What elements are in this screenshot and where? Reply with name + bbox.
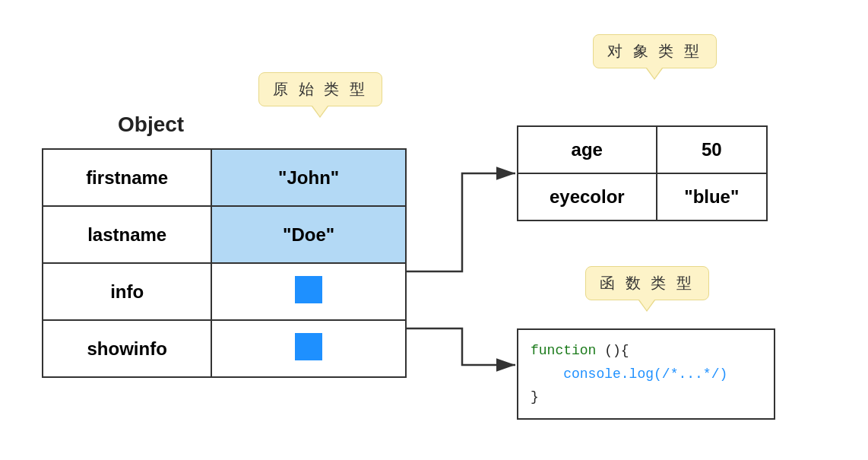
bubble-primitive: 原 始 类 型: [258, 72, 382, 106]
table-row: age 50: [518, 126, 767, 173]
func-line3: }: [531, 385, 762, 409]
main-object-table: firstname "John" lastname "Doe" info sho…: [42, 148, 407, 378]
table-row: firstname "John": [43, 149, 406, 206]
func-close-brace: }: [531, 389, 539, 404]
bubble-object-type: 对 象 类 型: [593, 34, 717, 68]
showinfo-square-icon: [295, 333, 322, 360]
object-label: Object: [118, 113, 184, 137]
key-info: info: [43, 263, 211, 320]
key-lastname: lastname: [43, 206, 211, 263]
table-row: eyecolor "blue": [518, 173, 767, 220]
key-age: age: [518, 126, 657, 173]
function-box: function (){ console.log(/*...*/) }: [517, 328, 775, 420]
val-firstname: "John": [211, 149, 406, 206]
val-info: [211, 263, 406, 320]
func-line2: console.log(/*...*/): [531, 363, 762, 386]
info-square-icon: [295, 276, 322, 303]
val-eyecolor: "blue": [657, 173, 767, 220]
object-type-table: age 50 eyecolor "blue": [517, 125, 768, 221]
table-row: info: [43, 263, 406, 320]
func-keyword: function: [531, 343, 596, 358]
val-age: 50: [657, 126, 767, 173]
func-body: console.log(/*...*/): [531, 366, 727, 382]
bubble-function-type: 函 数 类 型: [585, 266, 709, 300]
val-showinfo: [211, 320, 406, 377]
canvas: Object 原 始 类 型 对 象 类 型 函 数 类 型 firstname…: [0, 0, 868, 460]
table-row: lastname "Doe": [43, 206, 406, 263]
val-lastname: "Doe": [211, 206, 406, 263]
key-firstname: firstname: [43, 149, 211, 206]
key-eyecolor: eyecolor: [518, 173, 657, 220]
table-row: showinfo: [43, 320, 406, 377]
key-showinfo: showinfo: [43, 320, 211, 377]
func-line1: function (){: [531, 339, 762, 363]
func-parens: (){: [604, 343, 629, 358]
